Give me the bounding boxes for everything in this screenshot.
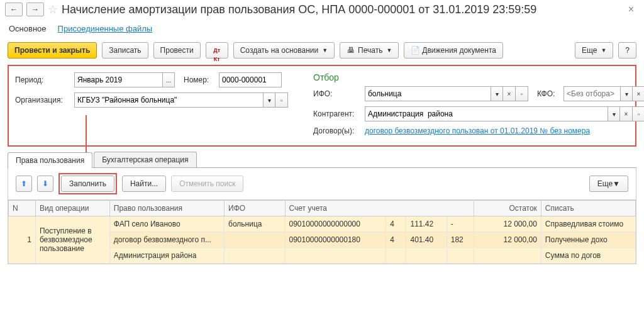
col-acc[interactable]: Счет учета: [285, 201, 474, 216]
data-table[interactable]: N Вид операции Право пользования ИФО Сче…: [8, 200, 636, 264]
fill-highlight: Заполнить: [58, 173, 117, 194]
forward-button[interactable]: →: [26, 3, 44, 16]
counter-clear-button[interactable]: ×: [620, 106, 633, 121]
counter-input[interactable]: [365, 106, 608, 121]
counter-label: Контрагент:: [313, 109, 361, 118]
back-button[interactable]: ←: [5, 3, 23, 16]
ifo-open-button[interactable]: ▫: [516, 86, 528, 101]
dtkt-button[interactable]: ДтКт: [206, 42, 228, 59]
col-sp[interactable]: Списать: [541, 201, 635, 216]
dtkt-icon: ДтКт: [213, 46, 221, 55]
number-label: Номер:: [184, 76, 215, 84]
table-row[interactable]: 1 Поступление в безвозмездное пользовани…: [9, 216, 636, 232]
movements-button[interactable]: 📄Движения документа: [404, 42, 503, 59]
cancel-search-button[interactable]: Отменить поиск: [171, 176, 243, 192]
section-main[interactable]: Основное: [9, 24, 47, 33]
contracts-link[interactable]: договор безвозмездного пользован от 01.0…: [365, 126, 590, 135]
star-icon[interactable]: ☆: [48, 3, 58, 16]
counter-open-button[interactable]: ▫: [633, 106, 644, 121]
report-icon: 📄: [411, 46, 419, 55]
ifo-dropdown-button[interactable]: ▾: [491, 86, 503, 101]
period-label: Период:: [15, 76, 70, 84]
form-filter-area: Период: ... Номер: Организация: ▾ ▫ Отбо…: [8, 65, 636, 147]
tab-accounting[interactable]: Бухгалтерская операция: [94, 152, 196, 167]
post-and-close-button[interactable]: Провести и закрыть: [8, 42, 97, 59]
help-button[interactable]: ?: [618, 42, 636, 59]
otbor-title: Отбор: [313, 72, 644, 82]
col-ost[interactable]: Остаток: [474, 201, 541, 216]
arrow-right-icon: →: [31, 5, 39, 14]
ifo-input[interactable]: [365, 86, 491, 101]
save-button[interactable]: Записать: [102, 42, 148, 59]
chevron-down-icon: ▼: [613, 179, 620, 188]
kfo-dropdown-button[interactable]: ▾: [620, 86, 633, 101]
counter-dropdown-button[interactable]: ▾: [608, 106, 620, 121]
col-right[interactable]: Право пользования: [109, 201, 224, 216]
fill-button[interactable]: Заполнить: [61, 176, 114, 192]
table-more-button[interactable]: Еще ▼: [589, 176, 628, 192]
move-up-button[interactable]: ⬆: [16, 176, 32, 192]
period-select-button[interactable]: ...: [162, 72, 175, 87]
chevron-down-icon: ▼: [322, 47, 328, 53]
org-input[interactable]: [74, 92, 263, 108]
kfo-label: КФО:: [537, 89, 560, 98]
arrow-up-icon: ⬆: [21, 179, 27, 188]
org-label: Организация:: [15, 96, 70, 104]
find-button[interactable]: Найти...: [122, 176, 166, 192]
col-ifo[interactable]: ИФО: [225, 201, 285, 216]
kfo-input[interactable]: [564, 86, 620, 101]
col-op[interactable]: Вид операции: [35, 201, 109, 216]
create-based-button[interactable]: Создать на основании▼: [233, 42, 335, 59]
arrow-down-icon: ⬇: [42, 179, 48, 188]
more-button[interactable]: Еще▼: [575, 42, 613, 59]
ifo-clear-button[interactable]: ×: [503, 86, 516, 101]
period-input[interactable]: [74, 72, 162, 87]
col-n[interactable]: N: [9, 201, 36, 216]
section-files[interactable]: Присоединенные файлы: [58, 24, 153, 33]
arrow-left-icon: ←: [10, 5, 18, 14]
org-dropdown-button[interactable]: ▾: [263, 92, 275, 108]
chevron-down-icon: ▼: [601, 47, 606, 53]
page-title: Начисление амортизации прав пользования …: [62, 3, 536, 16]
print-button[interactable]: 🖶Печать▼: [340, 42, 399, 59]
contracts-label: Договор(ы):: [313, 126, 361, 135]
post-button[interactable]: Провести: [153, 42, 201, 59]
close-button[interactable]: ×: [623, 4, 639, 15]
printer-icon: 🖶: [347, 46, 355, 55]
tab-rights[interactable]: Права пользования: [8, 152, 92, 168]
chevron-down-icon: ▼: [386, 47, 392, 53]
ifo-label: ИФО:: [313, 89, 361, 98]
number-input[interactable]: [219, 72, 282, 87]
org-open-button[interactable]: ▫: [275, 92, 288, 108]
kfo-clear-button[interactable]: ×: [633, 86, 644, 101]
move-down-button[interactable]: ⬇: [37, 176, 53, 192]
